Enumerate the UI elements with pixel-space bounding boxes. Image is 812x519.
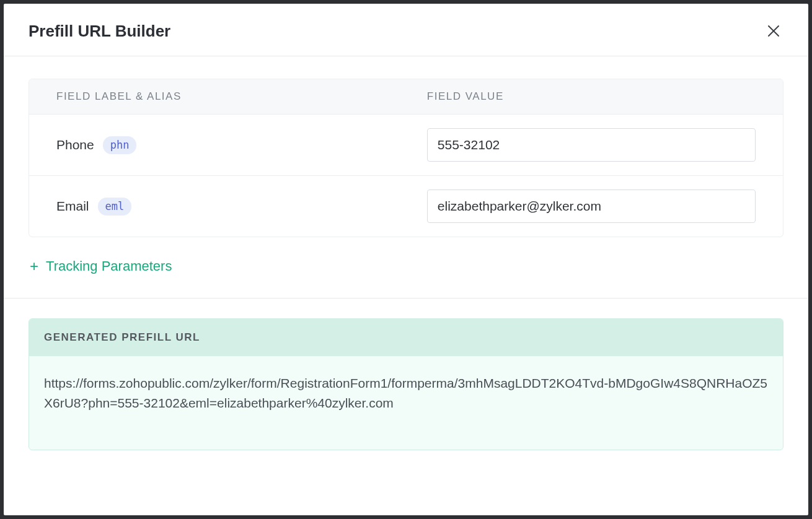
table-row: Email eml (29, 175, 783, 237)
column-header-value: FIELD VALUE (427, 90, 756, 103)
generated-url-text[interactable]: https://forms.zohopublic.com/zylker/form… (29, 356, 783, 450)
close-button[interactable] (764, 21, 783, 41)
tracking-parameters-label: Tracking Parameters (46, 258, 172, 274)
prefill-url-builder-modal: Prefill URL Builder FIELD LABEL & ALIAS … (4, 4, 808, 515)
fields-table: FIELD LABEL & ALIAS FIELD VALUE Phone ph… (29, 79, 783, 237)
alias-badge: eml (98, 198, 132, 216)
generated-url-header: GENERATED PREFILL URL (29, 319, 783, 356)
field-value-cell (427, 128, 756, 162)
email-field-value-input[interactable] (427, 190, 756, 223)
generated-url-section: GENERATED PREFILL URL https://forms.zoho… (4, 299, 808, 475)
field-label: Phone (56, 137, 94, 152)
field-label-cell: Phone phn (56, 136, 427, 154)
add-tracking-parameters-button[interactable]: + Tracking Parameters (29, 255, 173, 278)
modal-header: Prefill URL Builder (4, 4, 808, 56)
generated-url-box: GENERATED PREFILL URL https://forms.zoho… (29, 318, 783, 450)
modal-title: Prefill URL Builder (29, 22, 170, 41)
plus-icon: + (30, 259, 38, 274)
phone-field-value-input[interactable] (427, 128, 756, 162)
table-header: FIELD LABEL & ALIAS FIELD VALUE (29, 79, 783, 114)
field-label-cell: Email eml (56, 198, 427, 216)
field-label: Email (56, 199, 89, 214)
field-value-cell (427, 190, 756, 223)
modal-body: FIELD LABEL & ALIAS FIELD VALUE Phone ph… (4, 56, 808, 284)
alias-badge: phn (103, 136, 137, 154)
column-header-label: FIELD LABEL & ALIAS (56, 90, 427, 103)
table-row: Phone phn (29, 114, 783, 175)
close-icon (766, 24, 781, 38)
